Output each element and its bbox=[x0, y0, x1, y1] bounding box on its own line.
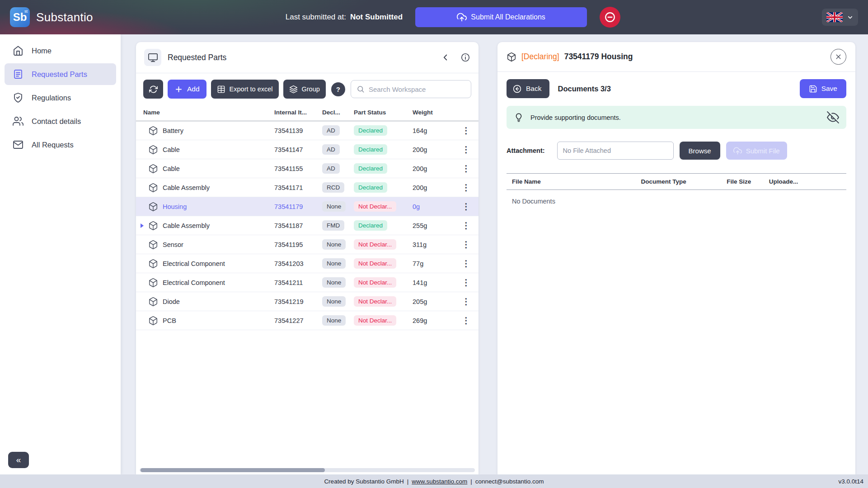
sidebar-item-contact-details[interactable]: Contact details bbox=[5, 110, 116, 132]
column-file-size: File Size bbox=[727, 178, 769, 185]
hide-hint-button[interactable] bbox=[827, 111, 839, 123]
cube-icon bbox=[148, 240, 158, 250]
parts-panel-header: Requested Parts bbox=[136, 42, 479, 73]
table-row[interactable]: Housing 73541179 None Not Declar... 0g ⋮ bbox=[136, 197, 479, 216]
part-decl-badge: None bbox=[322, 201, 346, 212]
horizontal-scrollbar[interactable] bbox=[140, 468, 475, 472]
sidebar-item-home[interactable]: Home bbox=[5, 40, 116, 62]
table-row[interactable]: PCB 73541227 None Not Declar... 269g ⋮ bbox=[136, 311, 479, 330]
declaring-tag: [Declaring] bbox=[521, 52, 559, 62]
part-name: Electrical Component bbox=[163, 260, 225, 267]
submit-file-button[interactable]: Submit File bbox=[726, 142, 787, 160]
part-weight: 164g bbox=[413, 127, 451, 134]
hint-text: Provide supporting documents. bbox=[530, 114, 621, 121]
footer-website-link[interactable]: www.substantio.com bbox=[412, 478, 467, 485]
table-row[interactable]: Cable Assembly 73541187 FMD Declared 255… bbox=[136, 216, 479, 235]
row-menu-button[interactable]: ⋮ bbox=[458, 182, 474, 193]
export-to-excel-button[interactable]: Export to excel bbox=[211, 80, 279, 99]
submit-all-declarations-button[interactable]: Submit All Declarations bbox=[415, 7, 587, 27]
sidebar-item-requested-parts[interactable]: Requested Parts bbox=[5, 63, 116, 85]
table-row[interactable]: Cable 73541147 AD Declared 200g ⋮ bbox=[136, 140, 479, 159]
documents-table-header: File Name Document Type File Size Upload… bbox=[507, 173, 846, 190]
workspace-search bbox=[351, 80, 471, 98]
browse-button-label: Browse bbox=[689, 147, 711, 155]
column-uploaded: Uploade... bbox=[769, 178, 845, 185]
plus-icon bbox=[174, 85, 183, 94]
help-button[interactable]: ? bbox=[331, 82, 345, 96]
sidebar-item-label: Regulations bbox=[32, 94, 71, 102]
table-row[interactable]: Cable 73541155 AD Declared 200g ⋮ bbox=[136, 159, 479, 178]
cube-icon bbox=[148, 221, 158, 231]
brand: Sbst Substantio bbox=[10, 7, 93, 27]
mail-icon bbox=[13, 139, 23, 150]
language-selector[interactable] bbox=[822, 9, 858, 26]
browse-button[interactable]: Browse bbox=[680, 142, 720, 160]
sidebar-item-all-requests[interactable]: All Requests bbox=[5, 134, 116, 156]
table-row[interactable]: Diode 73541219 None Not Declar... 205g ⋮ bbox=[136, 292, 479, 311]
add-button[interactable]: Add bbox=[168, 80, 206, 99]
row-menu-button[interactable]: ⋮ bbox=[458, 163, 474, 174]
table-row[interactable]: Electrical Component 73541203 None Not D… bbox=[136, 254, 479, 273]
save-button[interactable]: Save bbox=[800, 79, 846, 98]
minus-circle-icon bbox=[604, 11, 616, 23]
part-internal-item: 73541147 bbox=[274, 146, 322, 153]
close-details-button[interactable] bbox=[830, 49, 846, 65]
chevron-left-icon[interactable] bbox=[441, 52, 450, 62]
row-menu-button[interactable]: ⋮ bbox=[458, 258, 474, 269]
scrollbar-thumb[interactable] bbox=[141, 468, 325, 472]
upload-icon bbox=[733, 147, 742, 155]
part-weight: 200g bbox=[413, 165, 451, 172]
part-internal-item: 73541195 bbox=[274, 241, 322, 248]
sidebar-item-regulations[interactable]: Regulations bbox=[5, 87, 116, 109]
chevron-down-icon bbox=[847, 14, 854, 21]
row-menu-button[interactable]: ⋮ bbox=[458, 315, 474, 326]
part-status-badge: Declared bbox=[354, 220, 387, 231]
part-status-badge: Not Declar... bbox=[354, 258, 396, 269]
part-name: Cable Assembly bbox=[163, 222, 210, 229]
part-internal-item: 73541227 bbox=[274, 317, 322, 324]
row-menu-button[interactable]: ⋮ bbox=[458, 277, 474, 288]
part-weight: 269g bbox=[413, 317, 451, 324]
part-name: Cable bbox=[163, 165, 180, 172]
row-menu-button[interactable]: ⋮ bbox=[458, 296, 474, 307]
part-decl-badge: AD bbox=[322, 125, 340, 136]
part-status-badge: Not Declar... bbox=[354, 201, 396, 212]
shield-check-icon bbox=[13, 92, 23, 103]
part-decl-badge: None bbox=[322, 315, 346, 326]
uk-flag-icon bbox=[826, 12, 843, 22]
row-menu-button[interactable]: ⋮ bbox=[458, 144, 474, 155]
expand-arrow-icon[interactable] bbox=[141, 223, 144, 228]
table-row[interactable]: Cable Assembly 73541171 RCD Declared 200… bbox=[136, 178, 479, 197]
sidebar-collapse-button[interactable]: « bbox=[8, 452, 29, 468]
cube-icon bbox=[148, 164, 158, 174]
submit-all-label: Submit All Declarations bbox=[471, 13, 545, 21]
info-icon[interactable] bbox=[460, 52, 470, 62]
monitor-icon-box bbox=[144, 49, 161, 66]
part-weight: 255g bbox=[413, 222, 451, 229]
row-menu-button[interactable]: ⋮ bbox=[458, 125, 474, 136]
table-row[interactable]: Electrical Component 73541211 None Not D… bbox=[136, 273, 479, 292]
part-internal-item: 73541203 bbox=[274, 260, 322, 267]
group-button[interactable]: Group bbox=[283, 80, 326, 99]
stop-submission-button[interactable] bbox=[600, 7, 620, 28]
table-row[interactable]: Sensor 73541195 None Not Declar... 311g … bbox=[136, 235, 479, 254]
back-button[interactable]: Back bbox=[507, 79, 549, 98]
sidebar-item-label: Home bbox=[32, 47, 52, 55]
row-menu-button[interactable]: ⋮ bbox=[458, 220, 474, 231]
refresh-button[interactable] bbox=[143, 80, 163, 99]
part-name-cell: Diode bbox=[143, 297, 274, 307]
table-row[interactable]: Battery 73541139 AD Declared 164g ⋮ bbox=[136, 121, 479, 140]
part-name-cell: Cable bbox=[143, 145, 274, 155]
part-name: Cable bbox=[163, 146, 180, 153]
part-internal-item: 73541187 bbox=[274, 222, 322, 229]
sidebar: Home Requested Parts Regulations Contact… bbox=[0, 34, 121, 474]
part-weight: 141g bbox=[413, 279, 451, 286]
sidebar-item-label: All Requests bbox=[32, 141, 74, 149]
row-menu-button[interactable]: ⋮ bbox=[458, 239, 474, 250]
search-input[interactable] bbox=[369, 85, 465, 93]
attachment-file-input[interactable] bbox=[557, 142, 674, 160]
cube-icon bbox=[148, 297, 158, 307]
row-menu-button[interactable]: ⋮ bbox=[458, 201, 474, 212]
part-weight: 311g bbox=[413, 241, 451, 248]
app-window: Sbst Substantio Last submitted at: Not S… bbox=[0, 0, 868, 488]
